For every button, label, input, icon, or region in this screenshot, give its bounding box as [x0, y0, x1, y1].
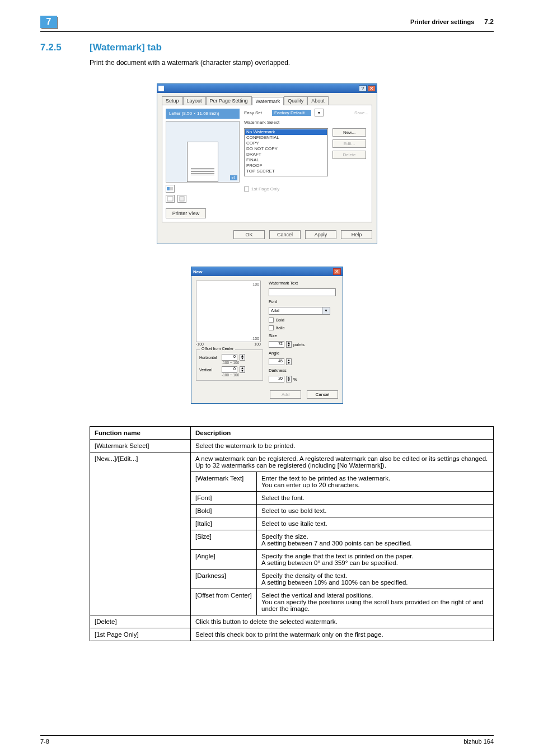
list-item[interactable]: COPY: [245, 141, 327, 146]
edit-button[interactable]: Edit...: [332, 139, 366, 148]
easy-set-label: Easy Set: [244, 110, 269, 115]
tab-setup[interactable]: Setup: [162, 96, 183, 105]
vertical-range: -100 ~ 100: [222, 373, 260, 377]
table-row: Specify the angle that the text is print…: [257, 550, 494, 570]
list-item[interactable]: No Watermark: [245, 129, 327, 135]
view-mode-icon-3[interactable]: [177, 195, 186, 203]
view-mode-icon-2[interactable]: [166, 195, 175, 203]
angle-input[interactable]: 45: [269, 358, 284, 365]
table-row: [1st Page Only]: [90, 628, 191, 641]
list-item[interactable]: PROOF: [245, 163, 327, 169]
product-name: bizhub 164: [463, 738, 494, 745]
dialog-title: New: [193, 269, 202, 274]
size-spin[interactable]: ▲▼: [286, 341, 292, 348]
add-button[interactable]: Add: [270, 390, 301, 399]
list-item[interactable]: CONFIDENTIAL: [245, 135, 327, 141]
close-icon[interactable]: ✕: [333, 268, 341, 275]
font-dropdown-icon[interactable]: ▼: [322, 307, 330, 315]
easy-set-dropdown[interactable]: ▼: [315, 109, 324, 116]
watermark-text-input[interactable]: [269, 288, 336, 296]
axis-bottom: -100: [251, 337, 259, 340]
dialog-titlebar[interactable]: ? ✕: [157, 84, 377, 93]
function-table: Function name Description [Watermark Sel…: [90, 426, 494, 641]
table-row: [Angle]: [191, 550, 257, 570]
header-rule: [40, 31, 494, 32]
size-input[interactable]: 72: [269, 341, 284, 348]
svg-rect-2: [167, 197, 173, 201]
angle-spin[interactable]: ▲▼: [286, 358, 292, 365]
help-button[interactable]: Help: [341, 230, 372, 239]
font-combo[interactable]: Arial: [269, 307, 322, 315]
horizontal-label: Horizontal: [199, 356, 219, 360]
tab-strip: Setup Layout Per Page Setting Watermark …: [162, 96, 372, 105]
cancel-button[interactable]: Cancel: [269, 230, 301, 239]
svg-rect-0: [167, 187, 170, 190]
italic-checkbox[interactable]: [269, 325, 274, 330]
vertical-input[interactable]: 0: [222, 366, 237, 373]
table-row: Select the font.: [257, 492, 494, 505]
tab-about[interactable]: About: [307, 96, 329, 105]
watermark-list[interactable]: No Watermark CONFIDENTIAL COPY DO NOT CO…: [244, 128, 328, 176]
darkness-unit: %: [293, 377, 297, 382]
table-row: Enter the text to be printed as the wate…: [257, 472, 494, 492]
chapter-tab: 7: [40, 16, 57, 28]
tab-layout[interactable]: Layout: [183, 96, 206, 105]
list-item[interactable]: DO NOT COPY: [245, 146, 327, 152]
apply-button[interactable]: Apply: [305, 230, 336, 239]
header-title: Printer driver settings: [410, 18, 474, 25]
table-row: [Darkness]: [191, 570, 257, 589]
dialog-titlebar[interactable]: New ✕: [191, 267, 343, 276]
footer-rule: [40, 735, 494, 736]
header-section-num: 7.2: [484, 18, 494, 26]
svg-rect-3: [180, 197, 184, 201]
darkness-label: Darkness: [269, 368, 338, 373]
table-row: [Watermark Text]: [191, 472, 257, 492]
table-row: Select to use bold text.: [257, 505, 494, 517]
table-row: [Offset from Center]: [191, 589, 257, 615]
tab-watermark[interactable]: Watermark: [252, 97, 284, 105]
horizontal-input[interactable]: 0: [222, 354, 237, 361]
table-row: Click this button to delete the selected…: [191, 615, 494, 628]
app-icon: [158, 86, 164, 91]
axis-right: 100: [254, 342, 261, 346]
first-page-checkbox[interactable]: [244, 186, 249, 192]
table-row: Select to use italic text.: [257, 517, 494, 530]
darkness-spin[interactable]: ▲▼: [286, 376, 292, 382]
tab-quality[interactable]: Quality: [284, 96, 307, 105]
table-row: Specify the size. A setting between 7 an…: [257, 530, 494, 550]
cancel-button[interactable]: Cancel: [307, 390, 338, 399]
new-button[interactable]: New...: [332, 128, 366, 137]
position-canvas[interactable]: 100 -100: [196, 281, 261, 342]
table-row: [Watermark Select]: [90, 440, 191, 452]
vertical-spin[interactable]: ▲▼: [240, 366, 245, 373]
angle-label: Angle: [269, 351, 338, 356]
new-watermark-dialog: New ✕ 100 -100 -100 100 Offset from Cent…: [191, 267, 343, 404]
list-item[interactable]: TOP SECRET: [245, 169, 327, 174]
list-item[interactable]: FINAL: [245, 157, 327, 163]
list-item[interactable]: DRAFT: [245, 152, 327, 157]
axis-top: 100: [252, 282, 259, 286]
first-page-label: 1st Page Only: [251, 186, 279, 192]
italic-label: Italic: [276, 325, 284, 330]
delete-button[interactable]: Delete: [332, 151, 366, 159]
ok-button[interactable]: OK: [233, 230, 265, 239]
col-description: Description: [191, 427, 494, 440]
table-row: [Size]: [191, 530, 257, 550]
page-number: 7-8: [40, 738, 49, 745]
easy-set-save[interactable]: Save...: [354, 110, 368, 115]
darkness-input[interactable]: 20: [269, 376, 284, 382]
section-title: [Watermark] tab: [90, 42, 162, 53]
tab-per-page[interactable]: Per Page Setting: [206, 96, 252, 105]
horizontal-range: -100 ~ 100: [222, 361, 260, 365]
horizontal-spin[interactable]: ▲▼: [240, 354, 245, 361]
view-mode-icon-1[interactable]: [166, 185, 175, 193]
table-row: [Delete]: [90, 615, 191, 628]
page-preview: x1: [166, 121, 240, 183]
bold-label: Bold: [276, 318, 284, 323]
watermark-text-label: Watermark Text: [269, 281, 338, 286]
bold-checkbox[interactable]: [269, 318, 274, 323]
printer-view-button[interactable]: Printer View: [166, 208, 206, 218]
axis-left: -100: [196, 342, 204, 346]
close-icon[interactable]: ✕: [368, 85, 376, 92]
help-icon[interactable]: ?: [359, 85, 367, 92]
